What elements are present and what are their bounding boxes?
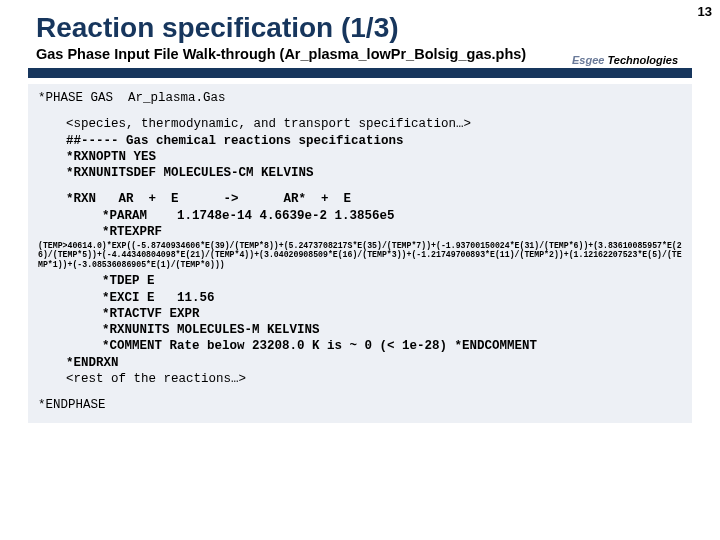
code-comment: ##----- Gas chemical reactions specifica… bbox=[38, 133, 682, 149]
code-endphase: *ENDPHASE bbox=[38, 397, 682, 413]
code-phase: *PHASE GAS Ar_plasma.Gas bbox=[38, 90, 682, 106]
code-tdep: *TDEP E bbox=[38, 273, 682, 289]
logo-prefix: Esgee bbox=[572, 54, 604, 66]
code-rxnunitsdef: *RXNUNITSDEF MOLECULES-CM KELVINS bbox=[38, 165, 682, 181]
code-endrxn: *ENDRXN bbox=[38, 355, 682, 371]
code-rxnoptn: *RXNOPTN YES bbox=[38, 149, 682, 165]
code-rtactvf: *RTACTVF EXPR bbox=[38, 306, 682, 322]
brand-logo: Esgee Technologies bbox=[566, 52, 684, 68]
logo-suffix: Technologies bbox=[604, 54, 678, 66]
page-number: 13 bbox=[698, 4, 712, 19]
code-param: *PARAM 1.1748e-14 4.6639e-2 1.3856e5 bbox=[38, 208, 682, 224]
divider-bar: Esgee Technologies bbox=[28, 68, 692, 78]
code-block: *PHASE GAS Ar_plasma.Gas <species, therm… bbox=[28, 84, 692, 423]
code-rest: <rest of the reactions…> bbox=[38, 371, 682, 387]
code-comment-rate: *COMMENT Rate below 23208.0 K is ~ 0 (< … bbox=[38, 338, 682, 354]
code-rxn: *RXN AR + E -> AR* + E bbox=[38, 191, 682, 207]
code-rtexprf-expression: (TEMP>40614.0)*EXP((-5.8740934606*E(39)/… bbox=[38, 241, 682, 269]
code-rtexprf-label: *RTEXPRF bbox=[38, 224, 682, 240]
code-rxnunits: *RXNUNITS MOLECULES-M KELVINS bbox=[38, 322, 682, 338]
code-exci: *EXCI E 11.56 bbox=[38, 290, 682, 306]
slide-title: Reaction specification (1/3) bbox=[0, 0, 720, 46]
code-species: <species, thermodynamic, and transport s… bbox=[38, 116, 682, 132]
